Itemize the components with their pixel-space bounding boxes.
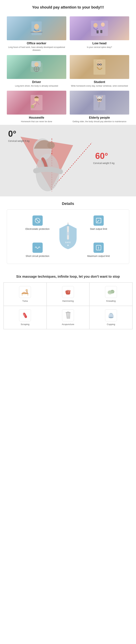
- shield-svg: SAFE: [57, 222, 79, 250]
- person-name-driver: Driver: [7, 80, 66, 84]
- svg-point-13: [34, 62, 39, 67]
- svg-line-68: [69, 312, 69, 318]
- massage-item-hammering: Hammering: [47, 282, 90, 306]
- details-section: Details Electrostatic protection: [0, 196, 136, 269]
- cupping-label: Cupping: [107, 323, 115, 326]
- person-image-lowhead: [70, 16, 129, 40]
- acupuncture-label: Acupuncture: [62, 323, 74, 326]
- svg-rect-5: [97, 30, 99, 34]
- svg-rect-7: [100, 30, 102, 33]
- person-card-lowhead: Low head Is your cervical spine okay?: [70, 16, 129, 52]
- person-card-student: Student Write homework every day, lumbar…: [70, 55, 129, 88]
- person-image-housewife: [7, 91, 66, 114]
- person-desc-elderly: Getting older, the body should pay atten…: [70, 120, 129, 123]
- svg-point-6: [101, 22, 105, 26]
- people-grid: Office worker Long hours of hard work, h…: [0, 16, 136, 123]
- svg-line-67: [67, 312, 68, 318]
- person-image-elderly: [70, 91, 129, 114]
- electrostatic-icon-box: [32, 216, 43, 226]
- svg-text:Cervical weight 5 kg: Cervical weight 5 kg: [93, 162, 114, 164]
- cupping-icon: [107, 311, 115, 320]
- svg-rect-57: [70, 290, 71, 292]
- start-output-label: Start output limit: [90, 228, 107, 231]
- person-card-driver: Driver Long-term driver, the body is alr…: [7, 55, 66, 88]
- lowhead-img: [70, 16, 129, 40]
- person-image-driver: [7, 55, 66, 79]
- svg-text:SAFE: SAFE: [65, 241, 71, 244]
- person-name-lowhead: Low head: [70, 42, 129, 45]
- person-name-housewife: Housewife: [7, 116, 66, 120]
- office-illustration: [30, 20, 43, 37]
- tuina-icon: [21, 288, 29, 296]
- lowhead-illustration: [90, 20, 109, 37]
- elderly-img: [70, 91, 129, 114]
- massage-grid: Tuina Hammering: [3, 282, 133, 329]
- kneading-label: Kneading: [106, 300, 116, 302]
- short-circuit-label: Short circuit protection: [26, 254, 49, 258]
- person-desc-lowhead: Is your cervical spine okay?: [70, 46, 129, 49]
- svg-line-38: [35, 218, 40, 222]
- page-title: You should pay attention to your body!!!: [3, 5, 133, 10]
- hammering-icon-box: [62, 286, 74, 298]
- person-name-office: Office worker: [7, 42, 66, 45]
- header-section: You should pay attention to your body!!!: [0, 0, 136, 16]
- svg-text:Cervical weight 5 kg: Cervical weight 5 kg: [8, 140, 29, 142]
- person-image-student: [70, 55, 129, 79]
- spine-svg: 0° Cervical weight 5 kg 60° Cervical wei…: [0, 125, 136, 196]
- driver-illustration: [30, 58, 43, 76]
- svg-text:!: !: [98, 246, 99, 250]
- svg-point-32: [47, 142, 55, 149]
- electrostatic-label: Electrostatic protection: [25, 228, 50, 231]
- svg-point-75: [110, 313, 112, 314]
- tuina-label: Tuina: [22, 300, 28, 302]
- svg-rect-16: [97, 64, 99, 65]
- person-desc-office: Long hours of hard work, have already de…: [7, 46, 66, 52]
- svg-point-47: [67, 244, 69, 246]
- details-title: Details: [3, 202, 133, 206]
- svg-point-52: [25, 289, 28, 292]
- svg-rect-24: [97, 99, 99, 100]
- person-image-office: [7, 16, 66, 40]
- massage-item-acupuncture: Acupuncture: [47, 306, 90, 329]
- driver-img: [7, 55, 66, 79]
- spine-section: 0° Cervical weight 5 kg 60° Cervical wei…: [0, 125, 136, 196]
- scraping-label: Scraping: [21, 323, 29, 326]
- svg-point-4: [94, 23, 98, 28]
- svg-text:60°: 60°: [95, 151, 108, 161]
- svg-point-2: [34, 24, 39, 29]
- svg-rect-56: [69, 290, 70, 292]
- svg-line-66: [66, 312, 67, 318]
- massage-section: Six massage techniques, infinite loop, l…: [0, 269, 136, 334]
- person-card-elderly: Elderly people Getting older, the body s…: [70, 91, 129, 123]
- svg-rect-25: [100, 99, 102, 100]
- hammering-icon: [64, 288, 72, 296]
- svg-line-69: [70, 312, 70, 318]
- massage-title: Six massage techniques, infinite loop, l…: [3, 274, 133, 279]
- massage-item-scraping: Scraping: [3, 306, 47, 329]
- housewife-img: [7, 91, 66, 114]
- cupping-icon-box: [105, 310, 117, 321]
- office-img: [7, 16, 66, 40]
- svg-rect-55: [67, 290, 68, 292]
- svg-rect-21: [31, 105, 34, 108]
- person-desc-housewife: Homework that can never be done: [7, 120, 66, 123]
- person-name-elderly: Elderly people: [70, 116, 129, 120]
- start-output-icon-box: [94, 216, 104, 226]
- hammering-label: Hammering: [62, 300, 74, 302]
- scraping-icon: [21, 311, 29, 320]
- kneading-icon: [107, 288, 115, 296]
- massage-item-cupping: Cupping: [89, 306, 133, 329]
- start-output-icon: [96, 218, 102, 224]
- svg-rect-27: [0, 125, 136, 196]
- scraping-icon-box: [19, 310, 31, 321]
- svg-point-63: [113, 292, 114, 293]
- person-card-office: Office worker Long hours of hard work, h…: [7, 16, 66, 52]
- tuina-icon-box: [19, 286, 31, 298]
- person-name-student: Student: [70, 80, 129, 84]
- person-desc-driver: Long-term driver, the body is already ex…: [7, 84, 66, 88]
- student-img: [70, 55, 129, 79]
- electrostatic-icon: [34, 218, 41, 224]
- short-circuit-icon: [34, 244, 41, 251]
- svg-point-62: [109, 291, 110, 292]
- svg-rect-17: [100, 64, 102, 65]
